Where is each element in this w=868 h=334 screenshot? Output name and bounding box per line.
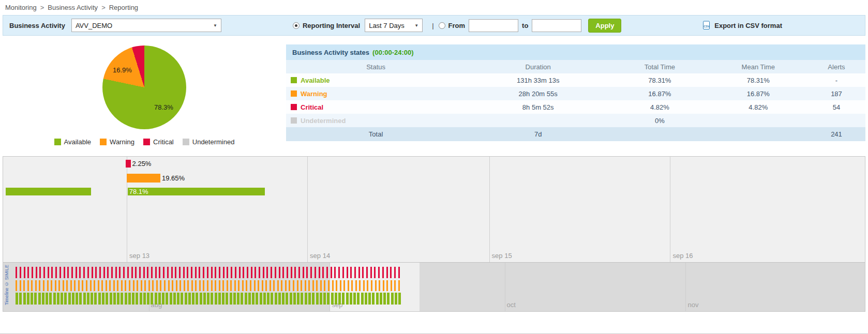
breadcrumb-monitoring[interactable]: Monitoring	[5, 4, 37, 11]
overview-tick-available	[275, 293, 277, 305]
overview-tick-warning	[246, 280, 247, 291]
export-csv-label: Export in CSV format	[714, 22, 782, 29]
overview-tick-available	[365, 293, 367, 305]
overview-tick-available	[72, 293, 74, 305]
overview-tick-available	[293, 293, 296, 305]
overview-tick-warning	[55, 280, 56, 291]
overview-tick-warning	[230, 280, 232, 291]
overview-tick-warning	[78, 280, 80, 291]
overview-tick-available	[53, 293, 56, 305]
reporting-interval-select[interactable]: Last 7 Days ▼	[365, 19, 423, 32]
overview-tick-available	[237, 293, 240, 305]
custom-period-radio[interactable]	[439, 22, 445, 29]
cell-mean-time	[709, 114, 807, 127]
overview-tick-critical	[347, 267, 348, 278]
from-date-input[interactable]	[469, 19, 518, 32]
overview-tick-critical	[135, 267, 137, 278]
overview-tick-warning	[66, 280, 68, 291]
timeline-credit[interactable]: Timeline © SIMILE	[4, 265, 9, 305]
overview-tick-available	[207, 293, 209, 305]
overview-tick-critical	[374, 267, 376, 278]
breadcrumb-reporting[interactable]: Reporting	[109, 4, 138, 11]
overview-tick-available	[286, 293, 288, 305]
chevron-down-icon: ▼	[213, 23, 217, 28]
overview-tick-warning	[27, 280, 29, 291]
timeline-main-band[interactable]: sep 13sep 14sep 15sep 162.25%19.65%78.1%	[3, 157, 865, 262]
overview-tick-available	[151, 293, 153, 305]
overview-tick-available	[61, 293, 63, 305]
overview-tick-available	[218, 293, 221, 305]
timeline-date-label: sep 15	[492, 252, 512, 260]
overview-tick-warning	[70, 280, 72, 291]
overview-tick-warning	[363, 280, 365, 291]
overview-tick-critical	[378, 267, 380, 278]
overview-tick-critical	[87, 267, 89, 278]
overview-tick-available	[226, 293, 228, 305]
overview-tick-warning	[20, 280, 21, 291]
overview-tick-critical	[107, 267, 109, 278]
export-csv-button[interactable]: CSV Export in CSV format	[702, 21, 782, 30]
interval-controls: Reporting Interval Last 7 Days ▼ | From …	[293, 19, 622, 33]
reporting-interval-radio[interactable]	[293, 22, 300, 29]
overview-tick-available	[27, 293, 29, 305]
business-activity-selected-value: AVV_DEMO	[76, 22, 112, 29]
apply-button[interactable]: Apply	[588, 19, 621, 33]
overview-tick-critical	[207, 267, 208, 278]
overview-tick-available	[278, 293, 281, 305]
overview-tick-critical	[331, 267, 332, 278]
overview-tick-available	[320, 293, 322, 305]
overview-tick-critical	[20, 267, 21, 278]
overview-tick-warning	[242, 280, 244, 291]
overview-tick-warning	[215, 280, 216, 291]
overview-tick-critical	[76, 267, 77, 278]
overview-tick-available	[256, 293, 258, 305]
overview-tick-warning	[289, 280, 290, 291]
overview-tick-available	[241, 293, 243, 305]
overview-tick-critical	[36, 267, 37, 278]
cell-alerts: -	[807, 73, 865, 87]
overview-tick-available	[391, 293, 394, 305]
timeline-overview-band[interactable]: Timeline © SIMILE augsepoctnov	[3, 262, 865, 311]
overview-tick-critical	[48, 267, 49, 278]
timeline-bar-label: 19.65%	[162, 174, 185, 183]
overview-tick-warning	[367, 280, 368, 291]
legend-label: Undetermined	[192, 138, 235, 146]
status-color-swatch	[291, 104, 297, 110]
overview-tick-available	[357, 293, 360, 305]
business-activity-select[interactable]: AVV_DEMO ▼	[71, 19, 221, 32]
csv-icon: CSV	[702, 21, 711, 30]
status-label: Available	[301, 77, 330, 84]
col-mean-time: Mean Time	[709, 60, 807, 73]
overview-tick-critical	[338, 267, 340, 278]
overview-tick-critical	[115, 267, 117, 278]
legend-label: Available	[64, 138, 92, 146]
svg-text:CSV: CSV	[704, 25, 710, 28]
breadcrumb-business-activity[interactable]: Business Activity	[48, 4, 98, 11]
overview-tick-warning	[270, 280, 271, 291]
overview-tick-critical	[350, 267, 352, 278]
overview-tick-warning	[207, 280, 208, 291]
overview-tick-critical	[390, 267, 392, 278]
overview-tick-warning	[47, 280, 49, 291]
breadcrumb: Monitoring > Business Activity > Reporti…	[0, 0, 868, 15]
overview-tick-warning	[250, 280, 251, 291]
overview-tick-warning	[371, 280, 372, 291]
overview-tick-available	[188, 293, 191, 305]
overview-tick-available	[305, 293, 307, 305]
overview-tick-available	[316, 293, 319, 305]
overview-tick-warning	[254, 280, 256, 291]
to-date-input[interactable]	[532, 19, 581, 32]
overview-tick-warning	[86, 280, 87, 291]
overview-tick-warning	[273, 280, 275, 291]
overview-tick-critical	[279, 267, 280, 278]
overview-tick-warning	[109, 280, 111, 291]
overview-tick-available	[132, 293, 134, 305]
overview-tick-critical	[362, 267, 364, 278]
overview-tick-warning	[184, 280, 185, 291]
cell-total-time: 16.87%	[610, 87, 709, 100]
overview-tick-warning	[351, 280, 353, 291]
overview-tick-critical	[155, 267, 157, 278]
legend-item-available: Available	[54, 138, 92, 146]
overview-tick-available	[34, 293, 37, 305]
overview-tick-available	[181, 293, 183, 305]
